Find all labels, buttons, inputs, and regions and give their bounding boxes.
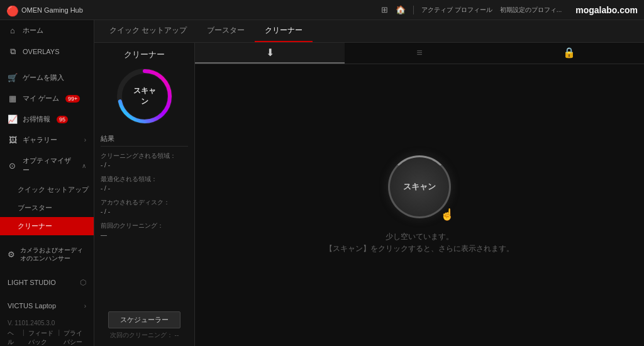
info-badge: 95 <box>57 116 68 123</box>
content-area: クイック セットアップ ブースター クリーナー クリーナー <box>94 20 644 346</box>
feedback-link[interactable]: フィードバック <box>28 329 55 346</box>
info-icon: 📈 <box>8 114 18 124</box>
home-icon: ⌂ <box>8 26 18 35</box>
top-tabs: クイック セットアップ ブースター クリーナー <box>94 20 644 43</box>
result-value-1: - / - <box>101 162 188 169</box>
sidebar-item-home[interactable]: ⌂ ホーム <box>0 20 94 41</box>
version-text: V. 1101.2405.3.0 <box>8 320 55 326</box>
sidebar-item-optimizer[interactable]: ⊙ オプティマイザー ∧ <box>0 150 94 181</box>
my-games-badge: 99+ <box>65 95 80 103</box>
sidebar-sub-label-booster: ブースター <box>18 204 52 211</box>
help-link[interactable]: ヘルプ <box>8 329 19 346</box>
tab-booster[interactable]: ブースター <box>197 20 255 42</box>
sidebar-sub-label-cleaner: クリーナー <box>18 222 52 230</box>
panel-layout: クリーナー <box>94 43 644 346</box>
sidebar-label-camera: カメラおよびオーディオのエンハンサー <box>20 246 86 262</box>
sidebar-sub-cleaner[interactable]: クリーナー <box>0 217 94 235</box>
app-logo: 🔴 <box>6 5 16 15</box>
scan-circle: スキャン <box>116 68 173 125</box>
tab-quick-setup[interactable]: クイック セットアップ <box>99 20 197 42</box>
camera-icon: ⚙ <box>8 250 15 259</box>
victus-label: VICTUS Laptop <box>8 302 56 310</box>
titlebar-active-profile: アクティブ プロフィール <box>421 6 492 14</box>
result-value-2: - / - <box>101 185 188 192</box>
sub-tabs: ⬇ ≡ 🔒 <box>195 43 644 64</box>
titlebar-right: ⊞ 🏠 アクティブ プロフィール 初期設定のプロフィ... mogalabo.c… <box>381 5 638 15</box>
sidebar-label-info: お得情報 <box>23 114 50 124</box>
sidebar-item-buy-games[interactable]: 🛒 ゲームを購入 <box>0 67 94 88</box>
result-item-2: 最適化される領域： - / - <box>101 175 188 192</box>
sidebar-sub-label-quick: クイック セットアップ <box>18 186 89 193</box>
subtab-lock[interactable]: 🔒 <box>494 43 644 64</box>
left-panel: クリーナー <box>94 43 195 346</box>
sidebar-light-studio[interactable]: LIGHT STUDIO ⬡ <box>0 273 94 292</box>
cart-icon: 🛒 <box>8 73 18 82</box>
result-item-1: クリーニングされる領域： - / - <box>101 152 188 169</box>
sidebar-sub-quick-setup[interactable]: クイック セットアップ <box>0 181 94 199</box>
scan-hint: 少し空いています。 【スキャン】をクリックすると、さらに表示されます。 <box>325 231 514 255</box>
scan-hint-line2: 【スキャン】をクリックすると、さらに表示されます。 <box>325 243 514 255</box>
titlebar-grid-icon[interactable]: ⊞ <box>381 5 388 14</box>
subtab-download[interactable]: ⬇ <box>195 43 345 64</box>
result-item-4: 前回のクリーニング： — <box>101 221 188 238</box>
sidebar-label-buy-games: ゲームを購入 <box>23 73 64 82</box>
titlebar-profile-name[interactable]: 初期設定のプロフィ... <box>500 6 562 14</box>
sidebar-label-overlays: OVERLAYS <box>23 48 60 55</box>
sidebar-item-camera[interactable]: ⚙ カメラおよびオーディオのエンハンサー <box>0 240 94 268</box>
sidebar-label-my-games: マイ ゲーム <box>23 94 59 103</box>
result-label-1: クリーニングされる領域： <box>101 152 188 160</box>
subtab-lock-icon: 🔒 <box>563 47 575 59</box>
main-scan-label: スキャン <box>403 181 436 193</box>
result-item-3: アカウされるディスク： - / - <box>101 198 188 215</box>
sidebar-label-gallery: ギャラリー <box>23 135 57 145</box>
sidebar-label-home: ホーム <box>23 26 43 35</box>
sidebar-item-gallery[interactable]: 🖼 ギャラリー › <box>0 130 94 150</box>
next-clean: 次回のクリーニング： -- <box>110 331 179 340</box>
gallery-icon: 🖼 <box>8 135 18 145</box>
result-value-4: — <box>101 232 188 238</box>
sidebar-item-my-games[interactable]: ▦ マイ ゲーム 99+ <box>0 88 94 109</box>
tab-cleaner[interactable]: クリーナー <box>255 20 313 42</box>
result-label-2: 最適化される領域： <box>101 175 188 184</box>
subtab-list-icon: ≡ <box>416 47 422 59</box>
sidebar-item-overlays[interactable]: ⧉ OVERLAYS <box>0 41 94 62</box>
light-studio-label: LIGHT STUDIO <box>8 279 56 286</box>
privacy-link[interactable]: プライバシー <box>64 329 86 346</box>
titlebar-separator <box>413 6 414 14</box>
overlays-icon: ⧉ <box>8 47 18 57</box>
victus-chevron-icon: › <box>84 303 86 310</box>
sidebar: ⌂ ホーム ⧉ OVERLAYS 🛒 ゲームを購入 ▦ マイ ゲーム 99+ 📈… <box>0 20 94 346</box>
result-label-4: 前回のクリーニング： <box>101 221 188 230</box>
games-icon: ▦ <box>8 94 18 103</box>
main-scan-button[interactable]: スキャン ☝ <box>388 155 451 218</box>
sidebar-item-info[interactable]: 📈 お得情報 95 <box>0 109 94 130</box>
result-label-3: アカウされるディスク： <box>101 198 188 207</box>
optimizer-icon: ⊙ <box>8 161 18 170</box>
results-title: 結果 <box>101 134 188 147</box>
results-section: 結果 クリーニングされる領域： - / - 最適化される領域： - / - アカ… <box>101 134 188 311</box>
sidebar-label-optimizer: オプティマイザー <box>23 156 77 175</box>
light-studio-export-icon: ⬡ <box>80 278 86 287</box>
result-value-3: - / - <box>101 208 188 215</box>
cleaner-title: クリーナー <box>124 49 165 60</box>
titlebar: 🔴 OMEN Gaming Hub ⊞ 🏠 アクティブ プロフィール 初期設定の… <box>0 0 644 20</box>
app-title: OMEN Gaming Hub <box>21 6 381 14</box>
sidebar-bottom: V. 1101.2405.3.0 ヘルプ | フィードバック | プライバシー <box>0 315 94 346</box>
watermark: mogalabo.com <box>575 5 638 15</box>
sidebar-bottom-links: ヘルプ | フィードバック | プライバシー <box>8 329 86 346</box>
sidebar-victus[interactable]: VICTUS Laptop › <box>0 297 94 315</box>
sidebar-sub-booster[interactable]: ブースター <box>0 199 94 217</box>
scan-area: スキャン ☝ 少し空いています。 【スキャン】をクリックすると、さらに表示されま… <box>195 64 644 346</box>
main-layout: ⌂ ホーム ⧉ OVERLAYS 🛒 ゲームを購入 ▦ マイ ゲーム 99+ 📈… <box>0 20 644 346</box>
scan-hint-line1: 少し空いています。 <box>325 231 514 243</box>
subtab-download-icon: ⬇ <box>266 47 274 59</box>
cursor-icon: ☝ <box>440 208 454 221</box>
titlebar-home-icon[interactable]: 🏠 <box>396 5 406 14</box>
right-panel: ⬇ ≡ 🔒 スキャン ☝ 少し空いています。 <box>195 43 644 346</box>
subtab-list[interactable]: ≡ <box>345 43 494 64</box>
scan-circle-label: スキャン <box>130 86 158 107</box>
schedule-button[interactable]: スケジューラー <box>108 311 180 328</box>
